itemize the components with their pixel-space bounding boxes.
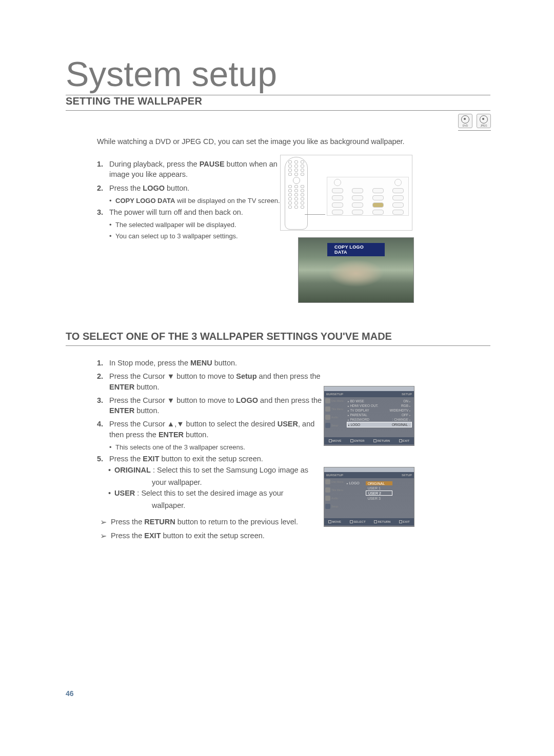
logo-row-highlighted: LOGOORIGINAL▸ bbox=[347, 422, 412, 427]
option-user2-highlighted: USER 2 bbox=[366, 491, 392, 496]
step-3-sub-2: You can select up to 3 wallpaper setting… bbox=[97, 232, 282, 241]
option-user1: USER 1 bbox=[366, 486, 392, 490]
step-3: 3. The power will turn off and then back… bbox=[97, 207, 282, 217]
option-user: USER : Select this to set the desired im… bbox=[108, 488, 313, 498]
callout-line bbox=[305, 214, 325, 215]
intro-paragraph: While watching a DVD or JPEG CD, you can… bbox=[97, 137, 405, 146]
option-description-list: ORIGINAL : Select this to set the Samsun… bbox=[108, 465, 313, 510]
remote-outline bbox=[285, 157, 308, 230]
remote-control-diagram bbox=[280, 155, 412, 231]
remote-zoom-panel bbox=[327, 177, 409, 216]
page-title: System setup bbox=[66, 54, 490, 95]
s2-step-5: 5. Press the EXIT button to exit the set… bbox=[97, 454, 323, 464]
menu-main: BD WISEON▸ HDMI VIDEO OUT.RGB▸ TV DISPLA… bbox=[345, 397, 414, 437]
instructions-list-2: 1. In Stop mode, press the MENU button. … bbox=[97, 358, 323, 467]
step-2: 2. Press the LOGO button. bbox=[97, 183, 282, 193]
section-heading-select-wallpaper: TO SELECT ONE OF THE 3 WALLPAPER SETTING… bbox=[66, 331, 490, 346]
icon-underline bbox=[458, 130, 491, 131]
nav-hint-exit: ➢ Press the EXIT button to exit the setu… bbox=[100, 529, 298, 543]
step-2-sub: COPY LOGO DATA will be displayed on the … bbox=[97, 196, 282, 206]
instructions-list-1: 1. During playback, press the PAUSE butt… bbox=[97, 159, 282, 242]
s2-step-4-sub: This selects one of the 3 wallpaper scre… bbox=[97, 443, 323, 452]
pointer-icon: ➢ bbox=[100, 529, 107, 543]
navigation-hints: ➢ Press the RETURN button to return to t… bbox=[100, 515, 298, 543]
nav-hint-return: ➢ Press the RETURN button to return to t… bbox=[100, 515, 298, 529]
step-3-sub-1: The selected wallpaper will be displayed… bbox=[97, 220, 282, 230]
option-original: ORIGINAL : Select this to set the Samsun… bbox=[108, 465, 313, 475]
wallpaper-preview-screenshot: COPY LOGO DATA bbox=[298, 237, 414, 303]
dvd-disc-icon: DVD bbox=[458, 114, 472, 128]
step-1: 1. During playback, press the PAUSE butt… bbox=[97, 159, 282, 180]
menu-sidebar: Disc Menu Title Menu Audio Setup bbox=[324, 397, 345, 437]
menu2-sidebar: Disc Menu Title Menu Audio Setup bbox=[324, 478, 345, 518]
disc-icon-group: DVD JPEG bbox=[458, 114, 491, 128]
s2-step-4: 4. Press the Cursor ▲,▼ button to select… bbox=[97, 419, 323, 440]
menu-footer: MOVE ENTER RETURN EXIT bbox=[324, 437, 414, 444]
setup-menu-screenshot-2: BURSETUP SETUP Disc Menu Title Menu Audi… bbox=[324, 467, 414, 527]
s2-step-1: 1. In Stop mode, press the MENU button. bbox=[97, 358, 323, 368]
s2-step-2: 2. Press the Cursor ▼ button to move to … bbox=[97, 371, 323, 392]
setup-menu-screenshot-1: BURSETUP SETUP Disc Menu Title Menu Audi… bbox=[324, 386, 414, 446]
jpeg-disc-icon: JPEG bbox=[477, 114, 491, 128]
pointer-icon: ➢ bbox=[100, 515, 107, 529]
menu2-footer: MOVE SELECT RETURN EXIT bbox=[324, 518, 414, 525]
section-heading-wallpaper: SETTING THE WALLPAPER bbox=[66, 95, 490, 111]
copy-logo-data-banner: COPY LOGO DATA bbox=[327, 243, 385, 256]
logo-label: LOGO bbox=[347, 481, 360, 517]
option-user3: USER 3 bbox=[366, 496, 392, 500]
option-original: ORIGINAL bbox=[366, 481, 392, 485]
s2-step-3: 3. Press the Cursor ▼ button to move to … bbox=[97, 395, 323, 416]
page-number: 46 bbox=[66, 689, 74, 698]
